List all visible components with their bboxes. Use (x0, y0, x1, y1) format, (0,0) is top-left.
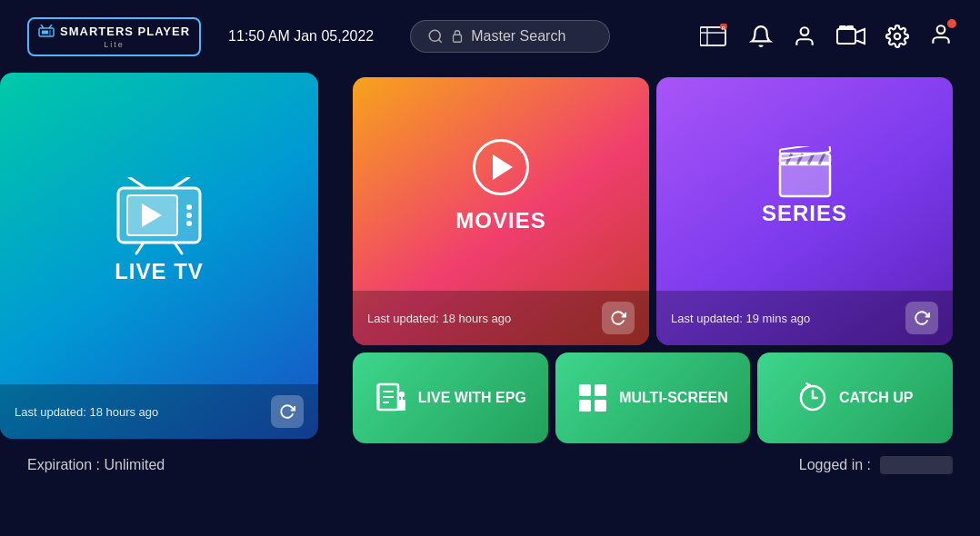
logged-in-value (880, 456, 953, 474)
movies-refresh[interactable] (602, 302, 635, 334)
catchup-title: CATCH UP (839, 390, 913, 406)
svg-rect-50 (595, 400, 606, 412)
svg-marker-17 (855, 29, 865, 44)
bell-icon[interactable] (749, 25, 773, 48)
svg-rect-47 (579, 384, 591, 396)
header: SMARTERS PLAYER Lite 11:50 AM Jan 05,202… (0, 0, 980, 73)
search-icon (427, 28, 444, 45)
live-tv-refresh[interactable] (271, 395, 304, 428)
multiscreen-title: MULTI-SCREEN (619, 390, 728, 406)
footer: Expiration : Unlimited Logged in : (0, 443, 980, 474)
series-bottom: Last updated: 19 mins ago (656, 291, 953, 345)
svg-rect-32 (780, 163, 830, 196)
user-profile-icon[interactable] (793, 25, 816, 48)
live-tv-card-overlay[interactable]: LIVE TV Last updated: 18 hours ago (0, 73, 318, 439)
svg-point-15 (801, 27, 809, 35)
play-circle (473, 139, 529, 195)
account-icon-wrap[interactable] (929, 23, 953, 50)
svg-rect-3 (42, 31, 48, 35)
svg-line-8 (439, 39, 442, 42)
play-triangle (493, 154, 513, 180)
multiscreen-icon (577, 382, 608, 413)
datetime-display: 11:50 AM Jan 05,2022 (228, 28, 374, 45)
multiscreen-card[interactable]: MULTI-SCREEN (555, 352, 751, 443)
logo: SMARTERS PLAYER Lite (27, 17, 201, 56)
svg-point-20 (895, 34, 901, 40)
search-placeholder-text: Master Search (471, 28, 565, 45)
svg-text:R: R (722, 25, 726, 31)
svg-point-57 (186, 204, 192, 210)
svg-rect-44 (398, 400, 405, 411)
svg-rect-19 (847, 26, 853, 29)
logged-in-label: Logged in : (799, 457, 871, 473)
logged-in-section: Logged in : (799, 456, 953, 474)
movies-content: MOVIES (455, 139, 545, 233)
movies-title: MOVIES (455, 208, 545, 233)
live-tv-update: Last updated: 18 hours ago (15, 405, 158, 419)
refresh-icon (610, 310, 626, 326)
svg-line-52 (129, 177, 145, 188)
svg-rect-49 (579, 400, 591, 412)
clapper-icon (775, 146, 835, 201)
tv-guide-icon[interactable]: R (700, 24, 729, 49)
settings-icon[interactable] (885, 25, 909, 48)
series-content: SERIES (762, 146, 847, 226)
series-card[interactable]: SERIES Last updated: 19 mins ago (656, 77, 953, 345)
movies-card[interactable]: MOVIES Last updated: 18 hours ago (353, 77, 649, 345)
live-tv-title: LIVE TV (115, 259, 204, 284)
movies-update: Last updated: 18 hours ago (367, 312, 511, 325)
epg-icon (375, 382, 407, 414)
logo-edition: Lite (104, 40, 125, 49)
svg-point-4 (49, 30, 51, 32)
main-grid: LIVE TV Last updated: 18 hours ago MOVIE… (0, 73, 980, 443)
svg-line-53 (173, 177, 189, 188)
svg-point-5 (49, 32, 51, 34)
svg-rect-18 (840, 26, 845, 29)
epg-title: LIVE WITH EPG (418, 389, 526, 406)
catchup-icon (797, 382, 828, 413)
svg-point-46 (400, 392, 404, 396)
series-update: Last updated: 19 mins ago (671, 312, 810, 325)
svg-line-60 (136, 243, 144, 253)
lock-icon (451, 29, 464, 44)
series-refresh[interactable] (905, 302, 938, 334)
svg-point-58 (186, 213, 192, 218)
logo-icon (38, 25, 55, 37)
search-bar[interactable]: Master Search (410, 20, 610, 53)
svg-point-7 (429, 30, 440, 41)
svg-rect-9 (454, 35, 462, 42)
refresh-icon (914, 310, 930, 326)
logo-brand: SMARTERS PLAYER (60, 25, 190, 38)
svg-rect-16 (837, 29, 855, 44)
svg-point-21 (937, 25, 945, 34)
svg-point-6 (49, 34, 51, 35)
expiration-text: Expiration : Unlimited (27, 457, 165, 473)
tv-icon (109, 177, 209, 259)
series-title: SERIES (762, 201, 847, 226)
movies-bottom: Last updated: 18 hours ago (353, 291, 649, 345)
account-badge (947, 19, 956, 28)
catchup-card[interactable]: CATCH UP (757, 352, 953, 443)
header-icons: R (700, 23, 953, 50)
live-tv-bottom: Last updated: 18 hours ago (0, 384, 318, 439)
record-icon[interactable] (836, 25, 865, 48)
svg-line-61 (175, 243, 182, 253)
refresh-icon (279, 403, 295, 420)
epg-card[interactable]: LIVE WITH EPG (353, 352, 548, 443)
svg-point-59 (186, 221, 192, 226)
live-tv-content: LIVE TV (109, 177, 209, 284)
svg-rect-48 (595, 384, 606, 396)
